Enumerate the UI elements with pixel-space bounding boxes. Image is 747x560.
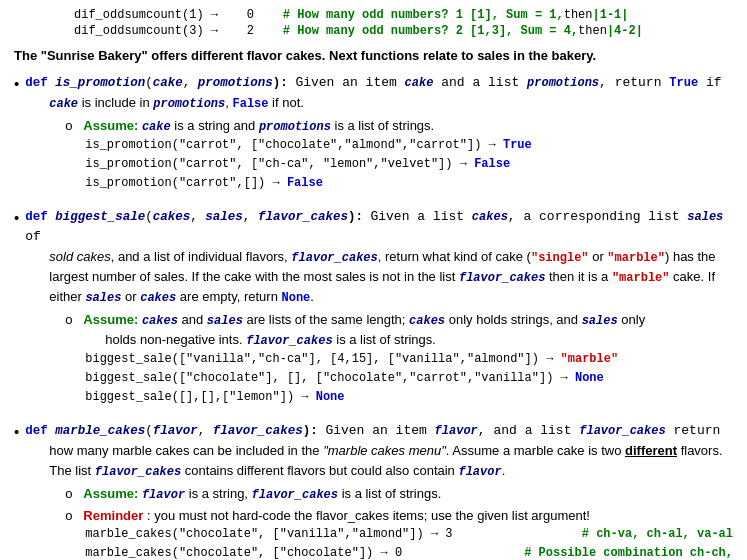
marble-cakes-examples: marble_cakes("chocolate", ["vanilla","al…: [85, 525, 733, 560]
none-val-1: None: [281, 291, 310, 305]
reminder-o: o: [65, 508, 79, 523]
def-param-promotions: promotions: [198, 76, 273, 90]
assume-promotions: promotions: [259, 120, 331, 134]
is-promotion-ex3: is_promotion("carrot",[]) → False: [85, 174, 721, 193]
is-promotion-ex1: is_promotion("carrot", ["chocolate","alm…: [85, 136, 721, 155]
ex2-result: False: [474, 157, 510, 171]
bs-ex3-code: biggest_sale([],[],["lemon"]) →: [85, 390, 315, 404]
bs-ex1-result: "marble": [561, 352, 619, 366]
biggest-sale-desc2: sold cakes, and a list of individual fla…: [49, 247, 733, 307]
ex3-result: False: [287, 176, 323, 190]
def-param-flavor: flavor: [153, 424, 198, 438]
def-colon-3: ):: [303, 424, 318, 438]
assume-flavor: flavor: [142, 488, 185, 502]
single-val: "single": [531, 251, 589, 265]
def-keyword-2: def: [25, 210, 55, 224]
def-colon-1: ):: [273, 76, 288, 90]
biggest-sale-assume2: holds non-negative ints. flavor_cakes is…: [105, 330, 733, 350]
is-promotion-ex2: is_promotion("carrot", ["ch-ca", "lemon"…: [85, 155, 721, 174]
biggest-sale-ex3: biggest_sale([],[],["lemon"]) → None: [85, 388, 733, 407]
def-paren-1: (: [145, 76, 153, 90]
param-flavor-cakes-2: flavor_cakes: [459, 271, 545, 285]
sold-cakes-italic: sold cakes: [49, 249, 110, 264]
is-promotion-desc: Given an item cake and a list promotions…: [295, 75, 721, 90]
assume-flavor-cakes: flavor_cakes: [246, 334, 332, 348]
header-line2-end: |4-2|: [607, 24, 643, 38]
assume-o-2: o: [65, 312, 79, 327]
def-param-cakes: cakes: [153, 210, 191, 224]
def-keyword-1: def: [25, 76, 55, 90]
assume-label-2: Assume:: [83, 312, 138, 327]
biggest-sale-ex1: biggest_sale(["vanilla","ch-ca"], [4,15]…: [85, 350, 733, 369]
different-text: different: [625, 443, 677, 458]
header-code-block: dif_oddsumcount(1) → 0 # How many odd nu…: [14, 8, 733, 38]
param-cakes-1: cakes: [472, 210, 508, 224]
marble-cakes-desc1: Given an item flavor, and a list flavor_…: [325, 423, 720, 438]
ex2-code: is_promotion("carrot", ["ch-ca", "lemon"…: [85, 157, 474, 171]
def-fname-1: is_promotion: [55, 76, 145, 90]
header-line2-then: then: [578, 24, 607, 38]
assume-text-2: cakes and sales are lists of the same le…: [142, 312, 645, 327]
header-line1-end: |1-1|: [593, 8, 629, 22]
mc-ex1-code: marble_cakes("chocolate", ["vanilla","al…: [85, 525, 452, 544]
section-is-promotion: • def is_promotion(cake, promotions): Gi…: [14, 73, 733, 193]
def-keyword-3: def: [25, 424, 55, 438]
intro-text: The "Sunrise Bakery" offers different fl…: [14, 48, 733, 63]
marble-val: "marble": [607, 251, 665, 265]
header-line1-code: dif_oddsumcount(1) → 0: [74, 8, 283, 22]
section-biggest-sale: • def biggest_sale(cakes, sales, flavor_…: [14, 207, 733, 407]
def-comma-1: ,: [183, 76, 198, 90]
mc-ex2-comment: # Possible combination ch-ch,: [524, 544, 733, 560]
assume-label-3: Assume:: [83, 486, 138, 501]
param-flavor-cakes-3: flavor_cakes: [579, 424, 665, 438]
assume-cakes-2: cakes: [409, 314, 445, 328]
assume-flavor-cakes: flavor_cakes: [252, 488, 338, 502]
bullet-symbol-3: •: [14, 421, 19, 442]
bs-ex2-code: biggest_sale(["chocolate"], [], ["chocol…: [85, 371, 575, 385]
mc-ex2-row: marble_cakes("chocolate", ["chocolate"])…: [85, 544, 733, 560]
assume-text-1: cake is a string and promotions is a lis…: [142, 118, 434, 133]
header-line2-code: dif_oddsumcount(3) → 2: [74, 24, 283, 38]
bs-ex1-code: biggest_sale(["vanilla","ch-ca"], [4,15]…: [85, 352, 560, 366]
mc-ex2-code: marble_cakes("chocolate", ["chocolate"])…: [85, 544, 402, 560]
param-sales-2: sales: [85, 291, 121, 305]
assume-cakes-1: cakes: [142, 314, 178, 328]
marble-val2: "marble": [612, 271, 670, 285]
ex3-code: is_promotion("carrot",[]) →: [85, 176, 287, 190]
header-line1-then: then: [564, 8, 593, 22]
biggest-sale-examples: biggest_sale(["vanilla","ch-ca"], [4,15]…: [85, 350, 733, 408]
return-false-1: False: [232, 97, 268, 111]
def-comma-2a: ,: [190, 210, 205, 224]
def-param-cake: cake: [153, 76, 183, 90]
def-comma-2b: ,: [243, 210, 258, 224]
bullet-marble-cakes: • def marble_cakes(flavor, flavor_cakes)…: [14, 421, 733, 560]
def-paren-2: (: [145, 210, 153, 224]
section-marble-cakes: • def marble_cakes(flavor, flavor_cakes)…: [14, 421, 733, 560]
bullet-biggest-sale: • def biggest_sale(cakes, sales, flavor_…: [14, 207, 733, 407]
header-line-2: dif_oddsumcount(3) → 2 # How many odd nu…: [74, 24, 733, 38]
marble-menu-text: "marble cakes menu": [323, 443, 446, 458]
assume-text-3: flavor is a string, flavor_cakes is a li…: [142, 486, 441, 501]
is-promotion-def: def is_promotion(cake, promotions): Give…: [25, 73, 721, 93]
param-cake-1: cake: [405, 76, 434, 90]
ex1-code: is_promotion("carrot", ["chocolate","alm…: [85, 138, 503, 152]
reminder-label: Reminder: [83, 508, 143, 523]
marble-cakes-content: def marble_cakes(flavor, flavor_cakes): …: [25, 421, 733, 560]
assume-label-1: Assume:: [83, 118, 138, 133]
header-line-1: dif_oddsumcount(1) → 0 # How many odd nu…: [74, 8, 733, 22]
bullet-is-promotion: • def is_promotion(cake, promotions): Gi…: [14, 73, 733, 193]
param-sales-1: sales: [687, 210, 723, 224]
is-promotion-content: def is_promotion(cake, promotions): Give…: [25, 73, 721, 193]
assume-o-3: o: [65, 486, 79, 501]
bullet-symbol-1: •: [14, 73, 19, 94]
param-flavor-cakes-1: flavor_cakes: [291, 251, 377, 265]
is-promotion-examples: is_promotion("carrot", ["chocolate","alm…: [85, 136, 721, 194]
marble-cakes-desc2: how many marble cakes can be included in…: [49, 441, 733, 481]
def-fname-3: marble_cakes: [55, 424, 145, 438]
marble-cakes-reminder: o Reminder : you must not hard-code the …: [65, 506, 733, 526]
def-comma-3: ,: [198, 424, 213, 438]
biggest-sale-ex2: biggest_sale(["chocolate"], [], ["chocol…: [85, 369, 733, 388]
reminder-text: : you must not hard-code the flavor_cake…: [147, 508, 590, 523]
header-line1-comment: # How many odd numbers? 1 [1], Sum = 1,: [283, 8, 564, 22]
param-promotions-2: promotions: [153, 97, 225, 111]
